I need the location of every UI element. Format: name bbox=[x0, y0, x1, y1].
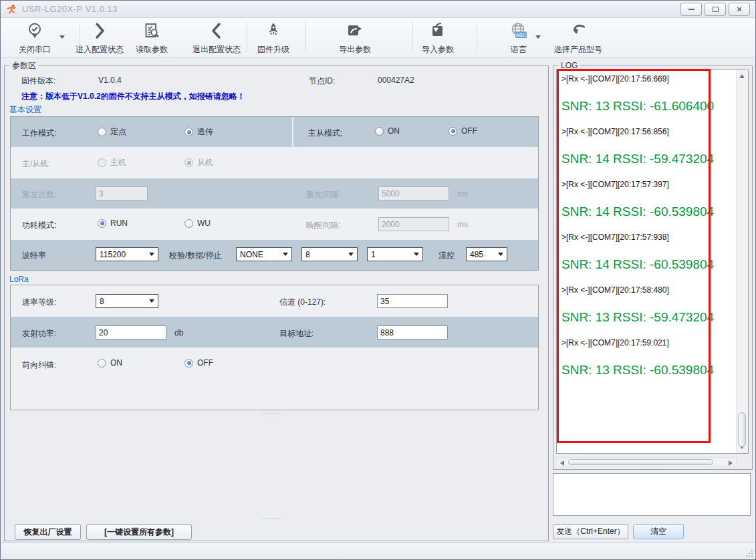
node-id-value: 000427A2 bbox=[378, 76, 414, 85]
work-mode-option-transparent[interactable]: 透传 bbox=[184, 126, 213, 138]
close-button[interactable]: × bbox=[729, 3, 750, 16]
tx-power-input[interactable]: 20 bbox=[96, 325, 166, 339]
flow-value: 485 bbox=[470, 250, 483, 259]
log-entry-data: SNR: 13 RSSI: -60.539804 bbox=[561, 363, 732, 378]
data-bits-value: 8 bbox=[305, 250, 310, 259]
resend-interval-unit: ms bbox=[457, 189, 468, 198]
undo-arrow-icon bbox=[570, 22, 587, 39]
chevron-down-icon bbox=[348, 253, 354, 256]
app-window: USR-LG20X-P V1.0.13 × 关闭串口 进入配置状态 bbox=[0, 0, 756, 560]
fec-label: 前向纠错: bbox=[22, 360, 56, 371]
scroll-up-icon[interactable] bbox=[739, 74, 745, 78]
work-mode-row: 工作模式: 定点 透传 主从模式: ON OFF bbox=[11, 117, 538, 148]
toolbar-firmware-upgrade-button[interactable]: 固件升级 bbox=[249, 20, 297, 57]
toolbar-language-button[interactable]: ABC 语言 bbox=[499, 20, 538, 57]
rate-select[interactable]: 8 bbox=[96, 294, 158, 308]
svg-text:ABC: ABC bbox=[516, 32, 527, 38]
radio-icon bbox=[184, 219, 193, 228]
channel-input[interactable]: 35 bbox=[377, 294, 448, 308]
log-viewport[interactable]: >[Rx <-][COM7][20:17:56:669]SNR: 13 RSSI… bbox=[556, 69, 749, 454]
radio-checked-icon bbox=[98, 219, 106, 228]
toolbar-export-params-button[interactable]: 导出参数 bbox=[331, 20, 379, 57]
parity-value: NONE bbox=[240, 250, 263, 259]
stop-bits-select[interactable]: 1 bbox=[367, 247, 423, 261]
flow-select[interactable]: 485 bbox=[466, 247, 507, 261]
baud-select[interactable]: 115200 bbox=[96, 247, 158, 261]
target-addr-label: 目标地址: bbox=[279, 328, 313, 339]
maximize-button[interactable] bbox=[705, 3, 726, 16]
tx-power-row: 发射功率: 20 db 目标地址: 888 bbox=[11, 317, 538, 348]
toolbar-enter-config-button[interactable]: 进入配置状态 bbox=[68, 20, 131, 57]
import-icon bbox=[429, 22, 447, 39]
splitter-handle[interactable]: ······· bbox=[642, 466, 660, 472]
clear-button[interactable]: 清空 bbox=[633, 524, 684, 539]
language-dropdown-arrow-icon[interactable] bbox=[535, 35, 541, 39]
minimize-button[interactable] bbox=[680, 3, 702, 16]
resend-count-input[interactable]: 3 bbox=[96, 186, 148, 200]
toolbar-select-model-button[interactable]: 选择产品型号 bbox=[547, 20, 609, 57]
chevron-down-icon bbox=[498, 253, 503, 256]
parity-label: 校验/数据/停止 bbox=[169, 250, 222, 261]
wake-interval-input[interactable]: 2000 bbox=[378, 217, 449, 231]
work-mode-option-fixed[interactable]: 定点 bbox=[98, 126, 126, 138]
lora-section-label: LoRa bbox=[9, 275, 29, 284]
toolbar-exit-config-button[interactable]: 退出配置状态 bbox=[186, 20, 247, 57]
basic-settings-box: 工作模式: 定点 透传 主从模式: ON OFF bbox=[10, 116, 539, 271]
host-slave-label: 主/从机: bbox=[22, 158, 51, 170]
serial-dropdown-arrow-icon[interactable] bbox=[59, 35, 65, 39]
uart-row: 波特率 115200 校验/数据/停止 NONE 8 1 流控 485 bbox=[11, 240, 538, 270]
scroll-left-icon[interactable] bbox=[560, 460, 564, 466]
chevron-down-icon bbox=[149, 299, 154, 303]
host-slave-option-host[interactable]: 主机 bbox=[98, 157, 126, 168]
toolbar-language-label: 语言 bbox=[511, 44, 527, 55]
radio-icon bbox=[98, 128, 106, 136]
toolbar-close-serial-button[interactable]: 关闭串口 bbox=[9, 20, 60, 57]
horizontal-scroll-thumb[interactable] bbox=[568, 459, 713, 465]
fec-option-off[interactable]: OFF bbox=[184, 358, 213, 368]
resend-interval-input[interactable]: 5000 bbox=[378, 186, 449, 200]
vertical-scroll-thumb[interactable] bbox=[738, 412, 746, 447]
power-mode-label: 功耗模式: bbox=[22, 220, 56, 231]
chevron-down-icon bbox=[414, 253, 419, 256]
toolbar-firmware-upgrade-label: 固件升级 bbox=[257, 44, 289, 55]
radio-label: ON bbox=[388, 126, 400, 136]
resize-grip-icon[interactable] bbox=[745, 549, 753, 557]
radio-label: WU bbox=[197, 219, 211, 228]
log-vertical-scrollbar[interactable] bbox=[736, 70, 748, 453]
power-mode-option-run[interactable]: RUN bbox=[98, 219, 128, 228]
power-mode-option-wu[interactable]: WU bbox=[184, 219, 211, 228]
log-entry-meta: >[Rx <-][COM7][20:17:59:021] bbox=[561, 338, 732, 348]
fec-option-on[interactable]: ON bbox=[98, 358, 122, 368]
set-all-params-button[interactable]: [一键设置所有参数] bbox=[86, 524, 192, 540]
log-entry: >[Rx <-][COM7][20:17:59:021]SNR: 13 RSSI… bbox=[561, 338, 732, 378]
log-content: >[Rx <-][COM7][20:17:56:669]SNR: 13 RSSI… bbox=[557, 70, 737, 453]
log-entry: >[Rx <-][COM7][20:17:56:856]SNR: 14 RSSI… bbox=[561, 127, 732, 166]
splitter-handle[interactable]: ······· bbox=[262, 410, 281, 416]
send-button[interactable]: 发送（Ctrl+Enter） bbox=[553, 524, 628, 539]
target-addr-input[interactable]: 888 bbox=[377, 325, 448, 339]
toolbar: 关闭串口 进入配置状态 读取参数 退出配置状态 bbox=[1, 18, 755, 57]
send-input[interactable] bbox=[553, 473, 751, 516]
data-bits-select[interactable]: 8 bbox=[301, 247, 358, 261]
log-entry-data: SNR: 14 RSSI: -60.539804 bbox=[561, 204, 732, 219]
host-slave-option-slave[interactable]: 从机 bbox=[184, 157, 213, 168]
radio-checked-icon bbox=[184, 128, 193, 136]
toolbar-import-params-button[interactable]: 导入参数 bbox=[414, 20, 462, 57]
parity-select[interactable]: NONE bbox=[236, 247, 292, 261]
fec-row: 前向纠错: ON OFF bbox=[11, 348, 538, 410]
log-entry-meta: >[Rx <-][COM7][20:17:56:856] bbox=[561, 127, 732, 137]
scroll-right-icon[interactable] bbox=[729, 460, 733, 466]
baud-value: 115200 bbox=[100, 250, 126, 259]
serial-pin-check-icon bbox=[26, 22, 43, 39]
toolbar-read-params-button[interactable]: 读取参数 bbox=[128, 20, 176, 57]
radio-checked-icon bbox=[184, 158, 193, 167]
master-slave-label: 主从模式: bbox=[308, 128, 342, 139]
master-slave-option-off[interactable]: OFF bbox=[449, 126, 477, 136]
splitter-handle[interactable]: ······· bbox=[262, 515, 281, 521]
log-entry-data: SNR: 14 RSSI: -60.539804 bbox=[561, 257, 732, 272]
radio-icon bbox=[375, 127, 384, 136]
baud-label: 波特率 bbox=[22, 250, 46, 261]
factory-reset-button[interactable]: 恢复出厂设置 bbox=[15, 524, 81, 540]
log-entry-meta: >[Rx <-][COM7][20:17:56:669] bbox=[561, 74, 732, 84]
master-slave-option-on[interactable]: ON bbox=[375, 126, 400, 136]
